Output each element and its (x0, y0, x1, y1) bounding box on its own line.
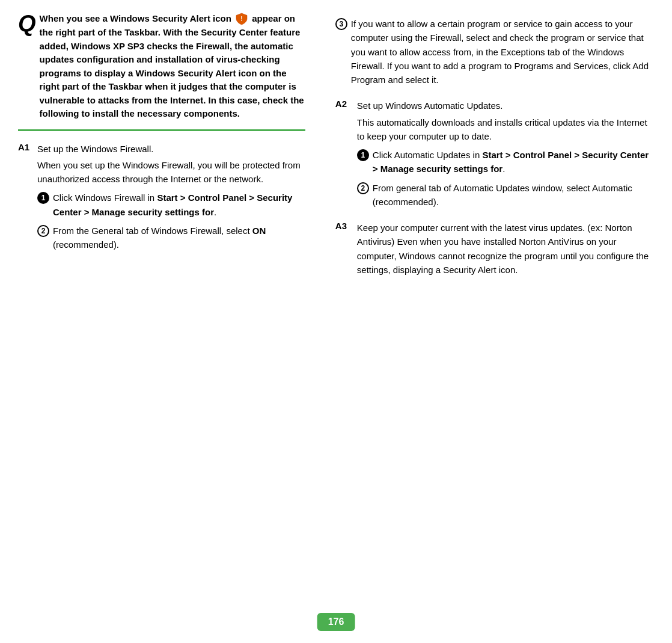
a2-step2-text: From general tab of Automatic Updates wi… (373, 181, 654, 209)
a1-step3: 3 If you want to allow a certain program… (335, 17, 654, 87)
q-text: When you see a Windows Security Alert ic… (40, 12, 305, 121)
a2-block: A2 Set up Windows Automatic Updates. Thi… (335, 99, 654, 209)
a1-step1: 1 Click Windows Firewall in Start > Cont… (37, 191, 305, 219)
a1-block: A1 Set up the Windows Firewall. When you… (18, 142, 305, 252)
a3-block: A3 Keep your computer current with the l… (335, 221, 654, 277)
a1-step1-plain: Click Windows Firewall in (53, 192, 157, 203)
page-container: Q When you see a Windows Security Alert … (0, 0, 672, 643)
a2-step2: 2 From general tab of Automatic Updates … (357, 181, 654, 209)
q-text-after-icon: appear on the right part of the Taskbar.… (40, 13, 304, 118)
a1-step3-block: 3 If you want to allow a certain program… (335, 17, 654, 87)
a1-step3-num: 3 (335, 18, 347, 30)
a2-step1: 1 Click Automatic Updates in Start > Con… (357, 148, 654, 176)
a2-main-text: Set up Windows Automatic Updates. (357, 99, 503, 112)
a3-text: Keep your computer current with the late… (357, 221, 654, 277)
a1-step1-end: . (214, 207, 216, 217)
a1-step2: 2 From the General tab of Windows Firewa… (37, 224, 305, 252)
shield-icon: ! (235, 12, 248, 25)
a1-step2-text: From the General tab of Windows Firewall… (53, 224, 305, 252)
svg-text:!: ! (240, 16, 242, 22)
a2-steps: 1 Click Automatic Updates in Start > Con… (357, 148, 654, 209)
a1-step1-text: Click Windows Firewall in Start > Contro… (53, 191, 305, 219)
a1-body-text: When you set up the Windows Firewall, yo… (37, 158, 305, 186)
a1-step1-num: 1 (37, 192, 49, 204)
a3-label: A3 (335, 221, 357, 231)
a1-step2-num: 2 (37, 225, 49, 237)
a1-step2-end: (recommended). (53, 239, 119, 250)
a2-step1-num: 1 (357, 149, 369, 161)
a2-step1-plain: Click Automatic Updates in (373, 150, 483, 160)
page-number: 176 (317, 613, 355, 631)
q-block: Q When you see a Windows Security Alert … (18, 12, 305, 131)
a1-main-text: Set up the Windows Firewall. (37, 142, 153, 156)
content-area: Q When you see a Windows Security Alert … (0, 0, 672, 325)
a1-label: A1 (18, 142, 37, 152)
q-text-before-icon: When you see a Windows Security Alert ic… (40, 13, 234, 23)
a1-step2-bold: ON (252, 226, 266, 236)
a1-step2-plain: From the General tab of Windows Firewall… (53, 226, 252, 236)
right-column: 3 If you want to allow a certain program… (323, 12, 654, 289)
left-column: Q When you see a Windows Security Alert … (18, 12, 323, 289)
a1-header: A1 Set up the Windows Firewall. (18, 142, 305, 156)
a2-body-text: This automatically downloads and install… (357, 115, 654, 144)
a2-step2-num: 2 (357, 182, 369, 194)
q-letter: Q (18, 12, 36, 35)
page-number-container: 176 (317, 613, 355, 631)
a2-step1-end: . (502, 164, 505, 174)
a1-steps: 1 Click Windows Firewall in Start > Cont… (37, 191, 305, 251)
a2-header: A2 Set up Windows Automatic Updates. (335, 99, 654, 112)
a1-step3-text: If you want to allow a certain program o… (351, 17, 654, 87)
a3-header: A3 Keep your computer current with the l… (335, 221, 654, 277)
a2-label: A2 (335, 99, 357, 109)
a2-step1-text: Click Automatic Updates in Start > Contr… (373, 148, 654, 176)
